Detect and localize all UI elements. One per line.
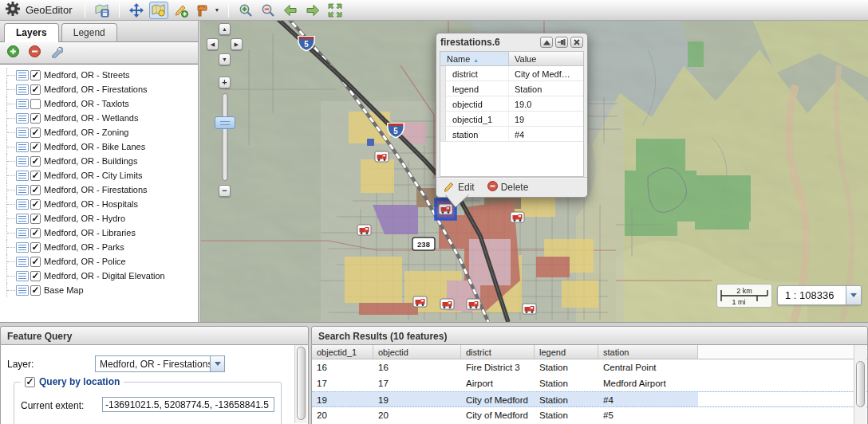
zoom-in-button[interactable] bbox=[236, 2, 255, 19]
feature-query-scrollbar[interactable] bbox=[294, 345, 307, 423]
result-cell-filler bbox=[698, 359, 867, 375]
layer-checkbox[interactable]: ✓ bbox=[30, 185, 41, 195]
layer-item[interactable]: ✓Medford, OR - Digital Elevation bbox=[0, 269, 198, 283]
layer-checkbox[interactable]: ✓ bbox=[30, 242, 41, 253]
layer-item[interactable]: ✓Medford, OR - Hospitals bbox=[0, 197, 198, 211]
zoom-slider[interactable] bbox=[222, 93, 228, 181]
measure-tool-button[interactable] bbox=[194, 2, 213, 19]
column-header[interactable]: objectid bbox=[373, 345, 461, 359]
current-extent-input[interactable]: -13691021.5, 5208774.5, -13658841.5 bbox=[102, 397, 274, 412]
query-by-location-checkbox[interactable]: ✓ bbox=[25, 377, 35, 387]
layer-checkbox[interactable]: ✓ bbox=[30, 228, 41, 238]
scrollbar-thumb[interactable] bbox=[297, 347, 306, 420]
scrollbar-thumb[interactable] bbox=[856, 361, 865, 407]
popup-attribute-row[interactable]: legendStation bbox=[440, 81, 583, 96]
layer-item[interactable]: ✓Medford, OR - Firestations bbox=[0, 82, 198, 96]
zoom-in-map-button[interactable]: + bbox=[219, 77, 231, 88]
pan-down-button[interactable]: ▼ bbox=[219, 53, 231, 65]
layer-checkbox[interactable] bbox=[30, 99, 41, 109]
pan-up-button[interactable]: ▲ bbox=[219, 23, 231, 35]
draw-tool-button[interactable] bbox=[172, 2, 191, 19]
pan-tool-button[interactable] bbox=[127, 2, 146, 19]
popup-grid-header: Name▲ Value bbox=[440, 52, 583, 66]
result-row[interactable]: 1919City of MedfordStation#4 bbox=[312, 391, 867, 407]
layer-checkbox[interactable]: ✓ bbox=[30, 214, 41, 224]
layer-item[interactable]: Medford, OR - Taxlots bbox=[0, 96, 198, 111]
layer-settings-button[interactable] bbox=[49, 46, 63, 60]
result-cell: 19 bbox=[373, 392, 461, 406]
add-layer-button[interactable] bbox=[6, 46, 20, 60]
row-grip bbox=[440, 127, 446, 141]
layer-checkbox[interactable]: ✓ bbox=[30, 84, 41, 95]
scale-dropdown-button[interactable] bbox=[846, 286, 861, 304]
popup-pin-button[interactable] bbox=[555, 37, 568, 48]
measure-dropdown-caret[interactable]: ▼ bbox=[215, 7, 220, 13]
popup-edit-button[interactable]: Edit bbox=[444, 181, 475, 194]
tree-branch bbox=[6, 154, 16, 168]
popup-attribute-row[interactable]: objectid19.0 bbox=[440, 96, 583, 112]
tab-layers[interactable]: Layers bbox=[4, 23, 59, 42]
layer-item[interactable]: ✓Medford, OR - Libraries bbox=[0, 226, 198, 240]
layer-item[interactable]: ✓Medford, OR - Buildings bbox=[0, 154, 198, 168]
scale-select[interactable]: 1 : 108336 bbox=[777, 285, 862, 305]
full-extent-button[interactable] bbox=[326, 2, 345, 19]
pan-left-button[interactable]: ◀ bbox=[207, 38, 219, 50]
previous-extent-button[interactable] bbox=[281, 2, 300, 19]
popup-attribute-row[interactable]: districtCity of Medf… bbox=[440, 66, 583, 81]
layer-item[interactable]: ✓Base Map bbox=[0, 283, 198, 297]
layer-checkbox[interactable]: ✓ bbox=[30, 271, 41, 281]
column-header[interactable]: district bbox=[461, 345, 535, 359]
layer-item[interactable]: ✓Medford, OR - Firestations bbox=[0, 183, 198, 197]
identify-tool-button[interactable] bbox=[149, 2, 168, 19]
layer-item[interactable]: ✓Medford, OR - Streets bbox=[0, 68, 198, 82]
layer-item[interactable]: ✓Medford, OR - Zoning bbox=[0, 125, 198, 139]
tree-branch bbox=[6, 197, 16, 211]
pan-right-button[interactable]: ▶ bbox=[231, 38, 243, 50]
layer-checkbox[interactable]: ✓ bbox=[30, 128, 41, 138]
result-row[interactable]: 1717AirportStationMedford Airport bbox=[312, 375, 867, 391]
column-header[interactable]: objectid_1 bbox=[312, 345, 373, 359]
layer-checkbox[interactable]: ✓ bbox=[30, 142, 41, 152]
save-map-button[interactable] bbox=[93, 2, 112, 19]
layer-checkbox[interactable]: ✓ bbox=[30, 113, 41, 124]
popup-delete-button[interactable]: Delete bbox=[487, 181, 529, 194]
result-row[interactable]: 2020City of MedfordStation#5 bbox=[312, 407, 867, 423]
popup-close-button[interactable] bbox=[570, 37, 583, 48]
column-header[interactable]: legend bbox=[535, 345, 598, 359]
app-logo-gear-icon bbox=[5, 1, 21, 19]
popup-titlebar[interactable]: firestations.6 bbox=[436, 33, 587, 50]
result-cell-filler bbox=[698, 392, 867, 406]
layer-item[interactable]: ✓Medford, OR - Wetlands bbox=[0, 111, 198, 125]
layer-checkbox[interactable]: ✓ bbox=[30, 285, 41, 296]
layer-item[interactable]: ✓Medford, OR - Parks bbox=[0, 240, 198, 254]
popup-col-value[interactable]: Value bbox=[509, 52, 583, 65]
popup-attribute-row[interactable]: station#4 bbox=[440, 127, 583, 142]
next-extent-button[interactable] bbox=[303, 2, 322, 19]
tab-legend[interactable]: Legend bbox=[61, 23, 117, 41]
layer-item[interactable]: ✓Medford, OR - Bike Lanes bbox=[0, 139, 198, 154]
query-by-location-group: ✓ Query by location Current extent: -136… bbox=[14, 382, 282, 424]
layer-checkbox[interactable]: ✓ bbox=[30, 70, 41, 80]
popup-attribute-row[interactable]: objectid_119 bbox=[440, 112, 583, 127]
layer-checkbox[interactable]: ✓ bbox=[30, 171, 41, 181]
zoom-out-button[interactable] bbox=[258, 2, 278, 19]
search-results-scrollbar[interactable] bbox=[854, 345, 866, 424]
result-row[interactable]: 1616Fire District 3StationCentral Point bbox=[312, 359, 867, 375]
zoom-out-map-button[interactable]: − bbox=[219, 185, 231, 197]
layer-select-dropdown-button[interactable] bbox=[210, 356, 224, 371]
remove-layer-button[interactable] bbox=[28, 46, 41, 60]
sidebar-splitter[interactable] bbox=[198, 21, 201, 322]
popup-col-name[interactable]: Name▲ bbox=[440, 52, 509, 65]
layer-item[interactable]: ✓Medford, OR - Hydro bbox=[0, 211, 198, 226]
layer-item[interactable]: ✓Medford, OR - City Limits bbox=[0, 168, 198, 183]
zoom-slider-handle[interactable] bbox=[215, 116, 235, 129]
layer-checkbox[interactable]: ✓ bbox=[30, 199, 41, 210]
column-header[interactable]: station bbox=[598, 345, 698, 359]
layer-item[interactable]: ✓Medford, OR - Police bbox=[0, 254, 198, 269]
popup-collapse-button[interactable] bbox=[540, 37, 553, 48]
layer-checkbox[interactable]: ✓ bbox=[30, 257, 41, 267]
layer-select[interactable]: Medford, OR - Firestations bbox=[95, 355, 225, 372]
map-viewport[interactable]: 5 bbox=[201, 18, 868, 322]
layer-checkbox[interactable]: ✓ bbox=[30, 156, 41, 167]
layer-label: Medford, OR - City Limits bbox=[44, 171, 142, 180]
